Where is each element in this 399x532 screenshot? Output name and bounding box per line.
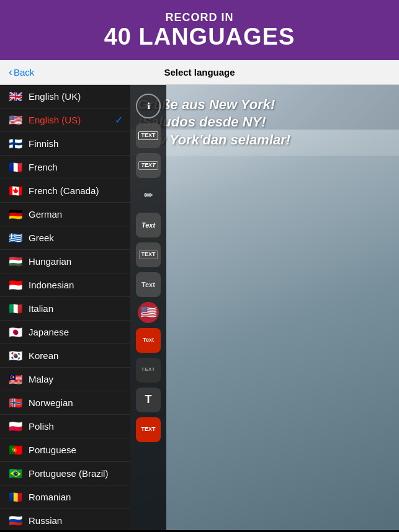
language-item-german[interactable]: 🇩🇪German (0, 203, 130, 226)
text-style-2-button[interactable]: TEXT (136, 153, 161, 178)
text-style-1-label: TEXT (138, 131, 158, 140)
header-subtitle: RECORD IN (6, 11, 393, 24)
language-item-finnish[interactable]: 🇫🇮Finnish (0, 132, 130, 156)
flag-icon-malay: 🇲🇾 (9, 374, 22, 384)
language-name-malay: Malay (29, 374, 53, 384)
nav-title: Select language (164, 67, 235, 78)
text-style-3-button[interactable]: Text (136, 213, 161, 237)
language-item-japanese[interactable]: 🇯🇵Japanese (0, 321, 130, 344)
folder-text-label: Text (141, 281, 155, 288)
pencil-icon: ✏ (144, 188, 153, 202)
main-content: 🇬🇧English (UK)🇺🇸English (US)✓🇫🇮Finnish🇫🇷… (0, 85, 399, 530)
photo-text-overlay: Grüße aus New York! ¡Saludos desde NY! N… (130, 85, 399, 156)
language-item-hungarian[interactable]: 🇭🇺Hungarian (0, 250, 130, 273)
info-icon: ℹ (147, 101, 150, 111)
text-style-4-label: TEXT (139, 250, 157, 259)
couple-photo (130, 130, 399, 530)
language-item-italian[interactable]: 🇮🇹Italian (0, 297, 130, 321)
flag-icon-korean: 🇰🇷 (9, 350, 22, 360)
language-item-portuguese[interactable]: 🇵🇹Portuguese (0, 438, 130, 462)
language-name-norwegian: Norwegian (29, 397, 73, 408)
back-button[interactable]: ‹ Back (9, 66, 34, 79)
text-style-1-button[interactable]: TEXT (136, 123, 161, 148)
language-item-portuguese-brazil[interactable]: 🇧🇷Portuguese (Brazil) (0, 462, 130, 485)
flag-icon-portuguese: 🇵🇹 (9, 445, 22, 454)
dark-text-button[interactable]: TEXT (136, 358, 161, 383)
language-name-finnish: Finnish (29, 138, 58, 149)
language-name-english-uk: English (UK) (29, 91, 81, 102)
flag-icon-german: 🇩🇪 (9, 209, 22, 219)
language-item-greek[interactable]: 🇬🇷Greek (0, 226, 130, 250)
language-item-malay[interactable]: 🇲🇾Malay (0, 368, 130, 391)
flag-icon-finnish: 🇫🇮 (9, 138, 22, 148)
chevron-left-icon: ‹ (9, 66, 12, 79)
photo-line-3: New York'dan selamlar! (138, 131, 392, 149)
language-item-french-canada[interactable]: 🇨🇦French (Canada) (0, 179, 130, 203)
dark-text-label: TEXT (141, 367, 155, 373)
t-icon: T (145, 393, 152, 406)
language-name-greek: Greek (29, 233, 54, 243)
toolbar-overlay: ℹ TEXT TEXT ✏ Text TEXT Text (130, 85, 166, 530)
language-name-japanese: Japanese (29, 327, 69, 337)
bottom-red-text-label: TEXT (141, 427, 155, 433)
language-name-italian: Italian (29, 303, 53, 314)
red-text-label: Text (143, 337, 154, 344)
flag-icon-greek: 🇬🇷 (9, 233, 22, 242)
flag-icon-indonesian: 🇮🇩 (9, 280, 22, 290)
flag-icon-polish: 🇵🇱 (9, 421, 22, 431)
language-name-french: French (29, 162, 58, 172)
language-name-hungarian: Hungarian (29, 256, 71, 267)
checkmark-icon: ✓ (115, 114, 123, 126)
us-flag-icon: 🇺🇸 (140, 304, 157, 321)
folder-button[interactable]: Text (136, 272, 161, 297)
bottom-red-text-button[interactable]: TEXT (136, 417, 161, 442)
flag-icon-italian: 🇮🇹 (9, 303, 22, 313)
t-button[interactable]: T (136, 388, 161, 412)
language-name-english-us: English (US) (29, 115, 81, 125)
language-list: 🇬🇧English (UK)🇺🇸English (US)✓🇫🇮Finnish🇫🇷… (0, 85, 130, 530)
language-item-russian[interactable]: 🇷🇺Russian (0, 509, 130, 530)
flag-icon-french: 🇫🇷 (9, 162, 22, 172)
language-name-portuguese: Portuguese (29, 445, 76, 455)
language-item-french[interactable]: 🇫🇷French (0, 156, 130, 179)
flag-circle-button[interactable]: 🇺🇸 (138, 302, 159, 323)
photo-line-2: ¡Saludos desde NY! (138, 113, 392, 131)
text-style-3-label: Text (141, 221, 155, 229)
flag-icon-french-canada: 🇨🇦 (9, 185, 22, 195)
nav-bar: ‹ Back Select language (0, 60, 399, 85)
flag-icon-english-uk: 🇬🇧 (9, 91, 22, 101)
header-title: 40 LANGUAGES (6, 24, 393, 50)
flag-icon-romanian: 🇷🇴 (9, 492, 22, 502)
flag-icon-norwegian: 🇳🇴 (9, 397, 22, 407)
language-name-romanian: Romanian (29, 492, 71, 502)
language-item-english-us[interactable]: 🇺🇸English (US)✓ (0, 109, 130, 132)
language-name-french-canada: French (Canada) (29, 185, 99, 196)
red-text-button[interactable]: Text (136, 328, 161, 353)
language-item-romanian[interactable]: 🇷🇴Romanian (0, 485, 130, 509)
right-area: Grüße aus New York! ¡Saludos desde NY! N… (130, 85, 399, 530)
back-label: Back (14, 67, 34, 78)
flag-icon-portuguese-brazil: 🇧🇷 (9, 468, 22, 478)
language-item-polish[interactable]: 🇵🇱Polish (0, 415, 130, 438)
flag-icon-english-us: 🇺🇸 (9, 115, 22, 125)
pencil-button[interactable]: ✏ (136, 183, 161, 208)
flag-icon-japanese: 🇯🇵 (9, 327, 22, 337)
info-button[interactable]: ℹ (136, 94, 161, 118)
language-name-german: German (29, 209, 62, 219)
language-name-russian: Russian (29, 515, 62, 526)
language-name-polish: Polish (29, 421, 54, 432)
flag-icon-russian: 🇷🇺 (9, 515, 22, 525)
header-banner: RECORD IN 40 LANGUAGES (0, 0, 399, 60)
text-style-2-label: TEXT (138, 161, 158, 170)
flag-icon-hungarian: 🇭🇺 (9, 256, 22, 266)
language-item-norwegian[interactable]: 🇳🇴Norwegian (0, 391, 130, 415)
text-style-4-button[interactable]: TEXT (136, 242, 161, 267)
language-item-english-uk[interactable]: 🇬🇧English (UK) (0, 85, 130, 109)
language-item-korean[interactable]: 🇰🇷Korean (0, 344, 130, 368)
language-item-indonesian[interactable]: 🇮🇩Indonesian (0, 273, 130, 297)
language-name-korean: Korean (29, 350, 58, 361)
language-name-indonesian: Indonesian (29, 280, 74, 290)
photo-line-1: Grüße aus New York! (138, 96, 392, 114)
language-name-portuguese-brazil: Portuguese (Brazil) (29, 468, 108, 479)
